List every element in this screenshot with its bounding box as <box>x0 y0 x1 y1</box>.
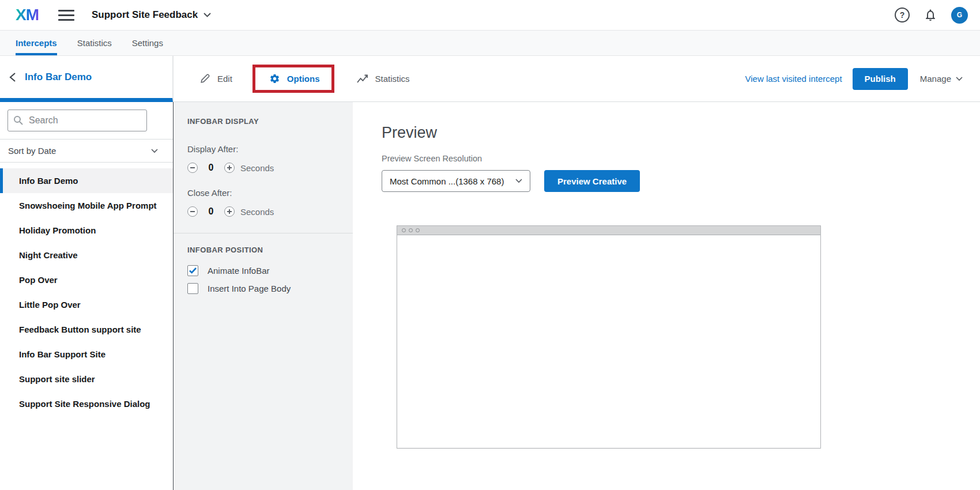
preview-heading: Preview <box>382 124 980 142</box>
chevron-down-icon <box>203 13 211 17</box>
tab-intercepts[interactable]: Intercepts <box>16 31 57 55</box>
decrement-button[interactable] <box>187 163 198 173</box>
list-item[interactable]: Support Site Responsive Dialog <box>0 391 173 416</box>
window-control-dot <box>416 228 420 232</box>
user-avatar[interactable]: G <box>951 7 968 24</box>
search-icon <box>13 115 24 126</box>
manage-dropdown[interactable]: Manage <box>920 74 963 84</box>
checkbox-label: Animate InfoBar <box>208 266 270 276</box>
search-input[interactable] <box>7 110 147 131</box>
hamburger-menu-icon[interactable] <box>58 10 74 21</box>
gear-icon <box>269 73 280 84</box>
help-icon[interactable]: ? <box>895 7 910 22</box>
chevron-down-icon <box>151 149 158 153</box>
chevron-down-icon <box>515 179 522 183</box>
resolution-value: Most Common ...(1368 x 768) <box>390 176 504 186</box>
options-button[interactable]: Options <box>269 73 320 84</box>
list-item[interactable]: Info Bar Support Site <box>0 342 173 367</box>
tab-settings[interactable]: Settings <box>132 31 163 55</box>
list-item[interactable]: Little Pop Over <box>0 292 173 317</box>
xm-logo: XM <box>16 7 39 23</box>
window-control-dot <box>402 228 406 232</box>
tab-statistics[interactable]: Statistics <box>77 31 112 55</box>
display-after-value: 0 <box>198 163 224 173</box>
seconds-label: Seconds <box>240 163 274 173</box>
current-intercept-title[interactable]: Info Bar Demo <box>25 71 92 83</box>
checkbox-checked[interactable] <box>187 265 198 276</box>
checkbox-unchecked[interactable] <box>187 283 198 294</box>
back-chevron-icon[interactable] <box>8 72 17 82</box>
manage-label: Manage <box>920 74 951 84</box>
insert-into-page-body-checkbox-row[interactable]: Insert Into Page Body <box>187 283 339 294</box>
increment-button[interactable] <box>224 163 235 173</box>
edit-label: Edit <box>217 74 232 84</box>
publish-button[interactable]: Publish <box>853 68 908 90</box>
chevron-down-icon <box>956 77 963 81</box>
display-after-stepper: 0 Seconds <box>187 163 339 173</box>
resolution-label: Preview Screen Resolution <box>382 154 980 163</box>
edit-button[interactable]: Edit <box>199 73 232 84</box>
options-label: Options <box>287 74 320 84</box>
infobar-options-panel: INFOBAR DISPLAY Display After: 0 Seconds… <box>173 102 353 490</box>
checkmark-icon <box>189 267 197 274</box>
infobar-display-section-title: INFOBAR DISPLAY <box>187 117 339 126</box>
list-item[interactable]: Holiday Promotion <box>0 218 173 243</box>
sort-dropdown[interactable]: Sort by Date <box>0 139 173 163</box>
preview-browser-frame <box>397 225 821 448</box>
window-control-dot <box>409 228 413 232</box>
sort-label: Sort by Date <box>8 146 56 156</box>
project-title: Support Site Feedback <box>92 9 198 21</box>
intercepts-sidebar: Info Bar Demo Sort by Date Info Bar Demo… <box>0 56 173 490</box>
view-last-visited-link[interactable]: View last visited intercept <box>745 74 842 84</box>
infobar-position-section-title: INFOBAR POSITION <box>187 246 339 254</box>
seconds-label: Seconds <box>240 207 274 217</box>
pencil-icon <box>199 73 210 84</box>
list-item[interactable]: Feedback Button support site <box>0 317 173 342</box>
statistics-button[interactable]: Statistics <box>357 74 410 84</box>
checkbox-label: Insert Into Page Body <box>208 284 291 293</box>
primary-tabs: Intercepts Statistics Settings <box>0 31 980 56</box>
search-box <box>7 110 147 131</box>
intercept-list: Info Bar Demo Snowshoeing Mobile App Pro… <box>0 168 173 416</box>
preview-section: Preview Preview Screen Resolution Most C… <box>353 102 980 490</box>
close-after-label: Close After: <box>187 188 339 198</box>
resolution-select[interactable]: Most Common ...(1368 x 768) <box>382 170 530 192</box>
animate-infobar-checkbox-row[interactable]: Animate InfoBar <box>187 265 339 276</box>
list-item[interactable]: Snowshoeing Mobile App Prompt <box>0 193 173 218</box>
increment-button[interactable] <box>224 206 235 217</box>
line-chart-icon <box>357 74 368 84</box>
list-item[interactable]: Support site slider <box>0 367 173 391</box>
display-after-label: Display After: <box>187 144 339 154</box>
list-item[interactable]: Night Creative <box>0 243 173 267</box>
close-after-value: 0 <box>198 206 224 217</box>
top-bar: XM Support Site Feedback ? G <box>0 0 980 31</box>
preview-creative-button[interactable]: Preview Creative <box>544 170 640 192</box>
project-switcher[interactable]: Support Site Feedback <box>92 9 211 21</box>
decrement-button[interactable] <box>187 206 198 217</box>
list-item[interactable]: Info Bar Demo <box>0 168 173 193</box>
list-item[interactable]: Pop Over <box>0 267 173 292</box>
intercept-toolbar: Edit Options Statistics View last visite… <box>173 56 980 102</box>
notifications-bell-icon[interactable] <box>924 7 937 22</box>
browser-titlebar <box>397 226 820 235</box>
statistics-label: Statistics <box>375 74 410 84</box>
close-after-stepper: 0 Seconds <box>187 206 339 217</box>
section-divider <box>174 233 353 233</box>
sidebar-header: Info Bar Demo <box>0 56 173 102</box>
